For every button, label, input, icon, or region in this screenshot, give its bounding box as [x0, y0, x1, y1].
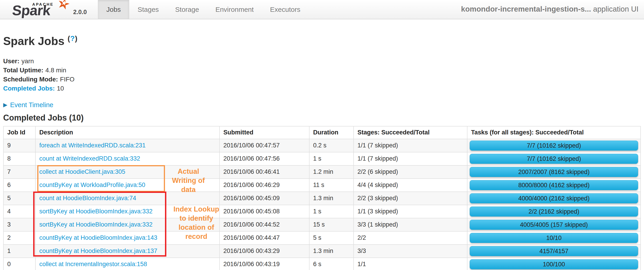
- description-cell: count at WriteIndexedRDD.scala:332: [36, 152, 220, 165]
- stages-cell: 1/1 (3 skipped): [354, 205, 467, 218]
- stages-cell: 2/2: [354, 231, 467, 244]
- table-header-row: Job Id Description Submitted Duration St…: [4, 126, 640, 139]
- duration-cell: 11 s: [309, 179, 354, 192]
- task-progress-bar: 100/100: [470, 259, 638, 269]
- col-header-stages[interactable]: Stages: Succeeded/Total: [354, 126, 467, 139]
- task-progress-bar: 4000/4000 (2162 skipped): [470, 193, 638, 203]
- table-row: 2countByKey at HoodieBloomIndex.java:143…: [4, 231, 640, 244]
- task-progress-bar: 2/2 (2162 skipped): [470, 206, 638, 216]
- tasks-cell: 8000/8000 (4162 skipped): [467, 179, 640, 192]
- info-uptime: Total Uptime:4.8 min: [3, 66, 641, 75]
- tab-storage[interactable]: Storage: [167, 0, 207, 19]
- tasks-cell: 2/2 (2162 skipped): [467, 205, 640, 218]
- job-description-link[interactable]: collect at HoodieClient.java:305: [39, 168, 125, 175]
- top-navbar: APACHE Spark ★★ 2.0.0 Jobs Stages Storag…: [0, 0, 644, 19]
- job-id-cell: 5: [4, 192, 36, 205]
- job-id-cell: 8: [4, 152, 36, 165]
- jobs-table-body: 9foreach at WriteIndexedRDD.scala:231201…: [4, 139, 640, 270]
- job-description-link[interactable]: count at HoodieBloomIndex.java:74: [39, 195, 136, 201]
- expand-arrow-icon: ▶: [3, 102, 7, 108]
- tasks-cell: 7/7 (10162 skipped): [467, 139, 640, 152]
- table-row: 4sortByKey at HoodieBloomIndex.java:3322…: [4, 205, 640, 218]
- stages-cell: 1/1 (7 skipped): [354, 139, 467, 152]
- duration-cell: 1 s: [309, 152, 354, 165]
- summary-info: User:yarn Total Uptime:4.8 min Schedulin…: [3, 57, 641, 93]
- spark-star-icon: ★★: [57, 0, 72, 12]
- task-progress-bar: 4157/4157: [470, 246, 638, 256]
- completed-jobs-count: 10: [57, 85, 64, 92]
- section-title: Completed Jobs (10): [3, 113, 641, 122]
- completed-jobs-link[interactable]: Completed Jobs:: [3, 85, 55, 92]
- info-user-value: yarn: [22, 58, 34, 65]
- submitted-cell: 2016/10/06 00:43:19: [220, 258, 309, 270]
- duration-cell: 0.2 s: [309, 139, 354, 152]
- job-description-link[interactable]: count at WriteIndexedRDD.scala:332: [39, 155, 140, 162]
- submitted-cell: 2016/10/06 00:44:47: [220, 231, 309, 244]
- duration-cell: 1.2 min: [309, 165, 354, 179]
- spark-logo-link[interactable]: APACHE Spark ★★ 2.0.0: [0, 0, 88, 19]
- table-row: 3sortByKey at HoodieBloomIndex.java:3322…: [4, 218, 640, 231]
- col-header-description[interactable]: Description: [36, 126, 220, 139]
- stages-cell: 3/3 (1 skipped): [354, 218, 467, 231]
- stages-cell: 1/1 (7 skipped): [354, 152, 467, 165]
- tab-environment[interactable]: Environment: [207, 0, 262, 19]
- info-completed-jobs: Completed Jobs:10: [3, 84, 641, 93]
- submitted-cell: 2016/10/06 00:46:41: [220, 165, 309, 179]
- tab-executors[interactable]: Executors: [262, 0, 308, 19]
- col-header-job-id[interactable]: Job Id: [4, 126, 36, 139]
- spark-logo: APACHE Spark ★★: [12, 1, 69, 18]
- info-scheduling-mode-label: Scheduling Mode:: [3, 76, 58, 83]
- table-row: 8count at WriteIndexedRDD.scala:3322016/…: [4, 152, 640, 165]
- stages-cell: 3/3: [354, 244, 467, 258]
- submitted-cell: 2016/10/06 00:45:09: [220, 192, 309, 205]
- job-id-cell: 3: [4, 218, 36, 231]
- tab-jobs[interactable]: Jobs: [98, 0, 129, 19]
- info-uptime-value: 4.8 min: [46, 67, 66, 74]
- stages-cell: 2/2 (3 skipped): [354, 192, 467, 205]
- col-header-tasks[interactable]: Tasks (for all stages): Succeeded/Total: [467, 126, 640, 139]
- duration-cell: 1.3 min: [309, 192, 354, 205]
- description-cell: countByKey at HoodieBloomIndex.java:143: [36, 231, 220, 244]
- job-description-link[interactable]: foreach at WriteIndexedRDD.scala:231: [39, 142, 146, 149]
- completed-jobs-table: Job Id Description Submitted Duration St…: [3, 126, 641, 270]
- description-cell: collect at IncrementalIngestor.scala:158: [36, 258, 220, 270]
- col-header-duration[interactable]: Duration: [309, 126, 354, 139]
- tasks-cell: 4157/4157: [467, 244, 640, 258]
- info-user-label: User:: [3, 58, 20, 65]
- task-progress-bar: 4005/4005 (157 skipped): [470, 220, 638, 230]
- help-question-icon[interactable]: ?: [70, 34, 75, 43]
- task-progress-bar: 2007/2007 (8162 skipped): [470, 167, 638, 177]
- info-scheduling-mode-value: FIFO: [60, 76, 74, 83]
- info-scheduling-mode: Scheduling Mode:FIFO: [3, 75, 641, 84]
- job-description-link[interactable]: collect at IncrementalIngestor.scala:158: [39, 261, 147, 267]
- description-cell: countByKey at HoodieBloomIndex.java:137: [36, 244, 220, 258]
- job-description-link[interactable]: countByKey at HoodieBloomIndex.java:137: [39, 247, 157, 254]
- job-description-link[interactable]: sortByKey at HoodieBloomIndex.java:332: [39, 221, 152, 228]
- help-link[interactable]: (?): [68, 34, 78, 43]
- duration-cell: 5 s: [309, 231, 354, 244]
- task-progress-bar: 7/7 (10162 skipped): [470, 154, 638, 164]
- table-row: 9foreach at WriteIndexedRDD.scala:231201…: [4, 139, 640, 152]
- job-description-link[interactable]: countByKey at WorkloadProfile.java:50: [39, 181, 145, 188]
- spark-version: 2.0.0: [73, 9, 87, 16]
- table-row: 5count at HoodieBloomIndex.java:742016/1…: [4, 192, 640, 205]
- table-row: 1countByKey at HoodieBloomIndex.java:137…: [4, 244, 640, 258]
- description-cell: sortByKey at HoodieBloomIndex.java:332: [36, 218, 220, 231]
- help-paren-close: ): [75, 34, 78, 43]
- job-description-link[interactable]: sortByKey at HoodieBloomIndex.java:332: [39, 208, 152, 215]
- page-content: Spark Jobs (?) User:yarn Total Uptime:4.…: [0, 32, 644, 270]
- application-ui-suffix: application UI: [591, 5, 638, 13]
- job-id-cell: 2: [4, 231, 36, 244]
- col-header-submitted[interactable]: Submitted: [220, 126, 309, 139]
- application-title: komondor-incremental-ingestion-s... appl…: [461, 0, 638, 18]
- job-description-link[interactable]: countByKey at HoodieBloomIndex.java:143: [39, 234, 157, 241]
- tasks-cell: 4005/4005 (157 skipped): [467, 218, 640, 231]
- help-paren-open: (: [68, 34, 70, 43]
- task-progress-bar: 8000/8000 (4162 skipped): [470, 180, 638, 190]
- tasks-cell: 7/7 (10162 skipped): [467, 152, 640, 165]
- tab-stages[interactable]: Stages: [129, 0, 167, 19]
- task-progress-bar: 10/10: [470, 233, 638, 243]
- event-timeline-toggle[interactable]: ▶Event Timeline: [3, 101, 641, 109]
- description-cell: countByKey at WorkloadProfile.java:50: [36, 179, 220, 192]
- stages-cell: 4/4 (4 skipped): [354, 179, 467, 192]
